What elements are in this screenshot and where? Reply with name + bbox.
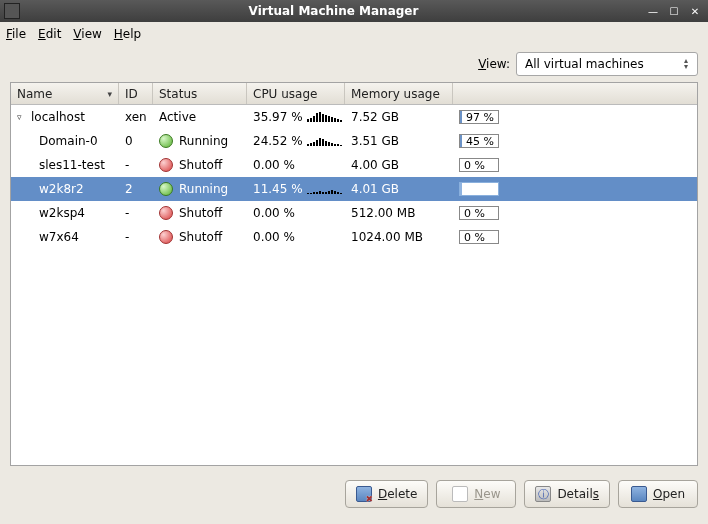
cell-id: 0 — [119, 134, 153, 148]
memory-bar-label: 45 % — [462, 135, 498, 148]
cell-status: Shutoff — [153, 206, 247, 220]
close-button[interactable]: ✕ — [686, 4, 704, 18]
cell-name: w7x64 — [11, 230, 119, 244]
minimize-button[interactable]: — — [644, 4, 662, 18]
cell-memory-bar: 0 % — [453, 205, 697, 221]
table-body[interactable]: ▿localhostxenActive35.97 %7.52 GB97 %Dom… — [11, 105, 697, 465]
cell-memory: 7.52 GB — [345, 110, 453, 124]
vm-table: Name ▾ ID Status CPU usage Memory usage … — [10, 82, 698, 466]
disclosure-triangle-icon[interactable]: ▿ — [17, 112, 27, 122]
delete-button[interactable]: Delete — [345, 480, 428, 508]
memory-bar: 0 % — [459, 230, 499, 244]
cell-status: Active — [153, 110, 247, 124]
running-icon — [159, 182, 173, 196]
cell-cpu: 0.00 % — [247, 206, 345, 220]
app-icon — [4, 3, 20, 19]
cpu-sparkline — [307, 184, 339, 194]
col-mem-bar[interactable] — [453, 83, 697, 104]
menubar: File Edit View Help — [0, 22, 708, 46]
footer: Delete New Details Open — [0, 472, 708, 516]
col-cpu[interactable]: CPU usage — [247, 83, 345, 104]
details-button[interactable]: Details — [524, 480, 610, 508]
delete-icon — [356, 486, 372, 502]
row-name-label: w2ksp4 — [39, 206, 85, 220]
table-row[interactable]: sles11-test-Shutoff0.00 %4.00 GB0 % — [11, 153, 697, 177]
memory-bar: 97 % — [459, 110, 499, 124]
memory-bar-label: 0 % — [460, 207, 489, 220]
shutoff-icon — [159, 230, 173, 244]
cell-memory-bar: 45 % — [453, 133, 697, 149]
cell-cpu: 35.97 % — [247, 110, 345, 124]
memory-bar-label: 0 % — [460, 159, 489, 172]
memory-bar: 51 % — [459, 182, 499, 196]
cell-id: - — [119, 158, 153, 172]
cell-cpu: 0.00 % — [247, 230, 345, 244]
window-title: Virtual Machine Manager — [26, 4, 641, 18]
cell-memory: 3.51 GB — [345, 134, 453, 148]
cell-cpu: 0.00 % — [247, 158, 345, 172]
col-name[interactable]: Name ▾ — [11, 83, 119, 104]
cell-name: sles11-test — [11, 158, 119, 172]
cell-memory: 4.00 GB — [345, 158, 453, 172]
details-icon — [535, 486, 551, 502]
row-name-label: localhost — [31, 110, 85, 124]
col-status[interactable]: Status — [153, 83, 247, 104]
view-filter-label: View: — [478, 57, 510, 71]
row-name-label: sles11-test — [39, 158, 105, 172]
table-row[interactable]: ▿localhostxenActive35.97 %7.52 GB97 % — [11, 105, 697, 129]
cell-memory: 4.01 GB — [345, 182, 453, 196]
table-row[interactable]: Domain-00Running24.52 %3.51 GB45 % — [11, 129, 697, 153]
new-button[interactable]: New — [436, 480, 516, 508]
cell-cpu: 24.52 % — [247, 134, 345, 148]
titlebar: Virtual Machine Manager — ☐ ✕ — [0, 0, 708, 22]
view-filter-value: All virtual machines — [525, 57, 679, 71]
cell-name: w2k8r2 — [11, 182, 119, 196]
row-name-label: w2k8r2 — [39, 182, 84, 196]
new-icon — [452, 486, 468, 502]
menu-file[interactable]: File — [6, 27, 26, 41]
running-icon — [159, 134, 173, 148]
open-button[interactable]: Open — [618, 480, 698, 508]
menu-help[interactable]: Help — [114, 27, 141, 41]
table-header: Name ▾ ID Status CPU usage Memory usage — [11, 83, 697, 105]
row-name-label: Domain-0 — [39, 134, 98, 148]
memory-bar-label: 51 % — [462, 183, 498, 196]
cell-status: Shutoff — [153, 158, 247, 172]
shutoff-icon — [159, 158, 173, 172]
cell-status: Running — [153, 134, 247, 148]
cell-status: Shutoff — [153, 230, 247, 244]
table-row[interactable]: w7x64-Shutoff0.00 %1024.00 MB0 % — [11, 225, 697, 249]
cell-id: - — [119, 206, 153, 220]
cell-name: Domain-0 — [11, 134, 119, 148]
memory-bar-label: 0 % — [460, 231, 489, 244]
cpu-sparkline — [307, 112, 339, 122]
cell-memory-bar: 0 % — [453, 157, 697, 173]
maximize-button[interactable]: ☐ — [665, 4, 683, 18]
cell-memory: 1024.00 MB — [345, 230, 453, 244]
table-row[interactable]: w2ksp4-Shutoff0.00 %512.00 MB0 % — [11, 201, 697, 225]
cell-name: w2ksp4 — [11, 206, 119, 220]
view-filter-combo[interactable]: All virtual machines ▴▾ — [516, 52, 698, 76]
combo-spinner-icon: ▴▾ — [679, 58, 693, 70]
cell-id: 2 — [119, 182, 153, 196]
memory-bar: 0 % — [459, 158, 499, 172]
sort-indicator-icon: ▾ — [107, 89, 112, 99]
col-id[interactable]: ID — [119, 83, 153, 104]
cell-memory: 512.00 MB — [345, 206, 453, 220]
cpu-sparkline — [307, 136, 339, 146]
open-icon — [631, 486, 647, 502]
cell-memory-bar: 97 % — [453, 109, 697, 125]
col-mem[interactable]: Memory usage — [345, 83, 453, 104]
memory-bar: 0 % — [459, 206, 499, 220]
menu-edit[interactable]: Edit — [38, 27, 61, 41]
menu-view[interactable]: View — [73, 27, 101, 41]
cell-name: ▿localhost — [11, 110, 119, 124]
shutoff-icon — [159, 206, 173, 220]
view-filter-row: View: All virtual machines ▴▾ — [0, 46, 708, 80]
cell-id: - — [119, 230, 153, 244]
memory-bar-label: 97 % — [462, 111, 498, 124]
cell-status: Running — [153, 182, 247, 196]
table-row[interactable]: w2k8r22Running11.45 %4.01 GB51 % — [11, 177, 697, 201]
cell-id: xen — [119, 110, 153, 124]
cell-cpu: 11.45 % — [247, 182, 345, 196]
